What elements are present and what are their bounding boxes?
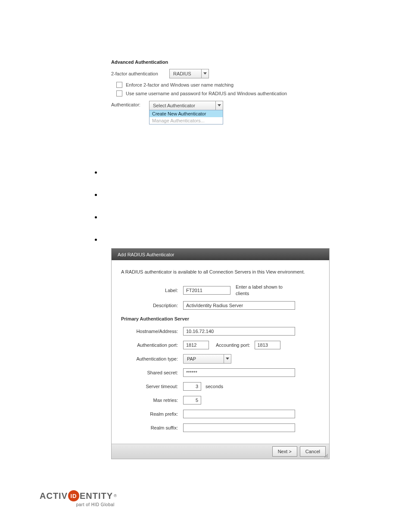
logo-ring-icon: ID [68, 490, 79, 501]
authtype-label: Authentication type: [121, 356, 183, 361]
same-creds-checkbox[interactable] [116, 90, 122, 96]
retries-input[interactable]: 5 [183, 396, 201, 404]
logo-text-left: ACTIV [40, 491, 68, 501]
adv-auth-heading: Advanced Authentication [111, 59, 287, 65]
chevron-down-icon [224, 355, 231, 363]
authtype-value: PAP [184, 356, 224, 361]
menu-manage-authenticators: Manage Authenticators... [149, 117, 223, 124]
authenticator-combo[interactable]: Select Authenticator [149, 101, 223, 110]
authport-label: Authentication port: [121, 342, 183, 348]
resize-handle-icon[interactable] [324, 454, 328, 458]
timeout-label: Server timeout: [121, 384, 183, 389]
timeout-input[interactable]: 3 [183, 382, 201, 391]
acctport-input[interactable]: 1813 [255, 341, 280, 349]
suffix-input[interactable] [183, 423, 295, 432]
prefix-input[interactable] [183, 410, 295, 418]
authenticator-value: Select Authenticator [149, 103, 215, 108]
menu-create-new-authenticator[interactable]: Create New Authenticator [149, 110, 223, 117]
chevron-down-icon [215, 101, 223, 110]
primary-auth-section-title: Primary Authentication Server [121, 316, 320, 321]
suffix-label: Realm suffix: [121, 425, 183, 430]
next-button[interactable]: Next > [272, 446, 297, 457]
two-factor-value: RADIUS [170, 71, 201, 76]
retries-label: Max retries: [121, 398, 183, 403]
description-input[interactable]: ActivIdentity Radius Server [183, 301, 295, 310]
logo-subtitle: part of HID Global [76, 502, 117, 507]
secret-label: Shared secret: [121, 370, 183, 375]
cancel-button[interactable]: Cancel [300, 446, 326, 457]
registered-mark: ® [114, 494, 117, 498]
advanced-authentication-panel: Advanced Authentication 2-factor authent… [111, 59, 287, 124]
hostname-input[interactable]: 10.16.72.140 [183, 327, 295, 336]
authport-input[interactable]: 1812 [183, 341, 209, 349]
label-label: Label: [147, 288, 183, 293]
chevron-down-icon [201, 69, 209, 78]
two-factor-combo[interactable]: RADIUS [169, 69, 209, 78]
acctport-label: Accounting port: [216, 342, 250, 348]
authenticator-label: Authenticator: [111, 101, 149, 124]
secret-input[interactable]: ****** [183, 368, 295, 377]
timeout-unit: seconds [206, 384, 223, 389]
bullet-list [95, 171, 97, 261]
enforce-checkbox[interactable] [116, 82, 122, 88]
activ-identity-logo: ACTIV ID ENTITY ® part of HID Global [40, 490, 117, 507]
hostname-label: Hostname/Address: [121, 329, 183, 334]
label-input[interactable]: FT2011 [183, 286, 230, 295]
label-hint: Enter a label shown to clients [236, 284, 292, 296]
enforce-label: Enforce 2-factor and Windows user name m… [126, 82, 234, 87]
dialog-title: Add RADIUS Authenticator [112, 249, 329, 260]
two-factor-label: 2-factor authentication [111, 71, 169, 76]
dialog-intro-text: A RADIUS authenticator is available to a… [121, 269, 320, 275]
authtype-combo[interactable]: PAP [183, 354, 231, 364]
add-radius-authenticator-dialog: Add RADIUS Authenticator A RADIUS authen… [111, 248, 330, 459]
prefix-label: Realm prefix: [121, 411, 183, 417]
logo-text-right: ENTITY [80, 491, 113, 501]
description-label: Description: [147, 303, 183, 308]
same-creds-label: Use same username and password for RADIU… [126, 91, 287, 96]
